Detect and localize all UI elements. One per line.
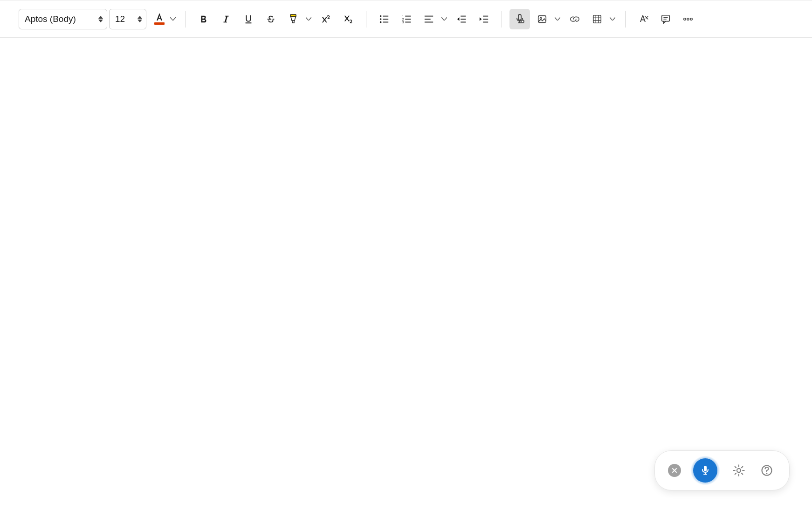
numbered-list-button[interactable]: 123 xyxy=(396,9,417,29)
svg-point-3 xyxy=(380,18,382,20)
bullet-list-button[interactable] xyxy=(374,9,394,29)
svg-point-34 xyxy=(687,18,689,20)
superscript-button[interactable] xyxy=(316,9,336,29)
svg-point-38 xyxy=(766,473,768,474)
picture-dropdown[interactable] xyxy=(552,9,563,29)
svg-rect-4 xyxy=(383,19,388,20)
svg-point-33 xyxy=(684,18,686,20)
svg-rect-2 xyxy=(383,15,388,16)
picture-button[interactable] xyxy=(532,9,552,29)
editor-button[interactable] xyxy=(633,9,654,29)
svg-rect-25 xyxy=(593,15,601,23)
dictate-button[interactable] xyxy=(509,9,530,29)
svg-rect-8 xyxy=(405,15,411,16)
more-options-button[interactable] xyxy=(678,9,698,29)
strikethrough-button[interactable] xyxy=(261,9,281,29)
highlight-button[interactable] xyxy=(283,9,303,29)
dictation-floating-toolbar xyxy=(654,450,790,490)
svg-rect-30 xyxy=(662,15,670,21)
svg-rect-16 xyxy=(461,15,466,16)
dictation-settings-button[interactable] xyxy=(729,461,748,480)
font-color-dropdown[interactable] xyxy=(168,9,178,29)
microphone-button[interactable] xyxy=(693,458,717,483)
close-dictation-button[interactable] xyxy=(668,464,681,477)
align-dropdown[interactable] xyxy=(439,9,449,29)
toolbar-divider xyxy=(502,11,502,28)
highlight-dropdown[interactable] xyxy=(303,9,314,29)
outdent-button[interactable] xyxy=(451,9,472,29)
link-button[interactable] xyxy=(564,9,585,29)
indent-button[interactable] xyxy=(474,9,494,29)
svg-rect-13 xyxy=(425,15,433,16)
svg-rect-19 xyxy=(483,15,488,16)
font-color-swatch xyxy=(154,22,165,25)
dictation-help-button[interactable] xyxy=(757,461,776,480)
svg-text:3: 3 xyxy=(402,21,404,24)
svg-rect-17 xyxy=(461,19,466,20)
svg-rect-15 xyxy=(425,21,433,22)
svg-point-36 xyxy=(737,469,741,472)
font-color-button[interactable] xyxy=(151,9,168,29)
font-family-select[interactable]: Aptos (Body) xyxy=(19,9,107,29)
underline-button[interactable] xyxy=(238,9,259,29)
microphone-glow xyxy=(690,456,720,485)
document-canvas[interactable] xyxy=(0,38,812,511)
svg-rect-18 xyxy=(461,21,466,22)
svg-rect-14 xyxy=(425,19,431,20)
font-size-select[interactable]: 12 xyxy=(109,9,146,29)
bold-button[interactable] xyxy=(193,9,214,29)
font-family-stepper[interactable] xyxy=(98,16,103,22)
comment-button[interactable] xyxy=(655,9,676,29)
svg-point-35 xyxy=(690,18,692,20)
formatting-toolbar: Aptos (Body) 12 xyxy=(0,0,812,38)
svg-rect-10 xyxy=(405,19,411,20)
font-family-label: Aptos (Body) xyxy=(25,14,76,24)
svg-rect-20 xyxy=(483,19,488,20)
toolbar-divider xyxy=(186,11,186,28)
font-size-label: 12 xyxy=(115,14,125,24)
svg-point-24 xyxy=(540,17,542,19)
align-button[interactable] xyxy=(419,9,439,29)
font-size-stepper[interactable] xyxy=(138,16,142,22)
table-dropdown[interactable] xyxy=(607,9,618,29)
svg-rect-6 xyxy=(383,21,388,22)
svg-rect-21 xyxy=(483,21,488,22)
table-button[interactable] xyxy=(587,9,607,29)
toolbar-divider xyxy=(625,11,626,28)
svg-rect-12 xyxy=(405,21,411,22)
subscript-button[interactable] xyxy=(338,9,358,29)
italic-button[interactable] xyxy=(216,9,236,29)
svg-point-1 xyxy=(380,15,382,17)
toolbar-divider xyxy=(366,11,366,28)
svg-point-5 xyxy=(380,21,382,23)
